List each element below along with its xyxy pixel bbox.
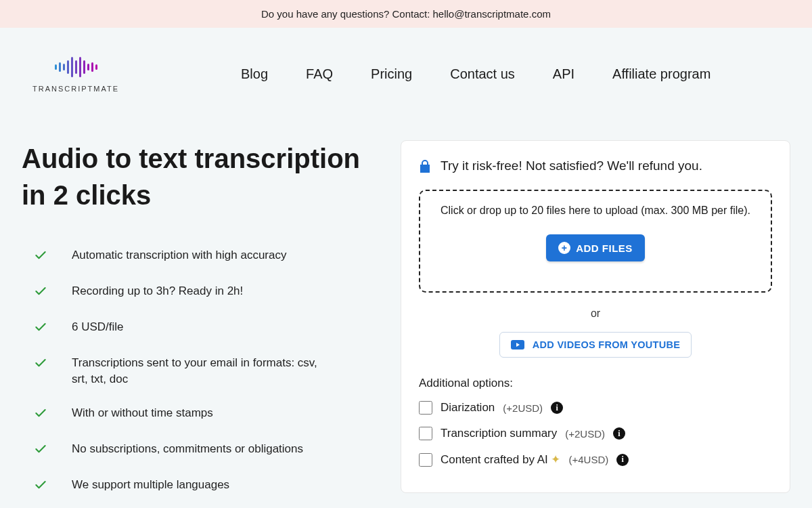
announcement-banner: Do you have any questions? Contact: hell… <box>0 0 812 28</box>
option-checkbox[interactable] <box>419 453 432 467</box>
nav-affiliate[interactable]: Affiliate program <box>612 66 710 82</box>
lock-icon <box>419 159 431 173</box>
upload-card: Try it risk-free! Not satisfied? We'll r… <box>401 140 790 493</box>
check-icon <box>34 356 47 373</box>
file-dropzone[interactable]: Click or drop up to 20 files here to upl… <box>419 190 772 293</box>
option-row: Transcription summary (+2USD) i <box>419 427 772 440</box>
add-youtube-button[interactable]: ADD VIDEOS FROM YOUTUBE <box>499 332 692 358</box>
feature-text: With or without time stamps <box>72 405 213 421</box>
option-checkbox[interactable] <box>419 401 432 415</box>
option-row: Diarization (+2USD) i <box>419 401 772 415</box>
feature-text: 6 USD/file <box>72 319 124 335</box>
add-files-button[interactable]: + ADD FILES <box>546 234 645 261</box>
feature-text: Transcriptions sent to your email in for… <box>72 355 329 387</box>
option-checkbox[interactable] <box>419 427 432 440</box>
check-icon <box>34 320 47 337</box>
youtube-button-label: ADD VIDEOS FROM YOUTUBE <box>533 339 681 350</box>
feature-item: We support multiple languages <box>34 477 374 495</box>
waveform-icon <box>55 55 97 79</box>
option-label: Transcription summary <box>441 427 557 440</box>
upload-column: Try it risk-free! Not satisfied? We'll r… <box>401 140 790 508</box>
check-icon <box>34 284 47 301</box>
nav-api[interactable]: API <box>553 66 574 82</box>
nav-blog[interactable]: Blog <box>241 66 268 82</box>
feature-text: No subscriptions, commitments or obligat… <box>72 441 303 457</box>
info-icon[interactable]: i <box>613 427 625 440</box>
site-header: TRANSCRIPTMATE Blog FAQ Pricing Contact … <box>0 28 812 106</box>
dropzone-instructions: Click or drop up to 20 files here to upl… <box>432 205 759 217</box>
check-icon <box>34 442 47 459</box>
hero-title: Audio to text transcription in 2 clicks <box>22 140 374 213</box>
feature-text: We support multiple languages <box>72 477 229 493</box>
check-icon <box>34 478 47 495</box>
feature-item: Transcriptions sent to your email in for… <box>34 355 374 387</box>
nav-contact[interactable]: Contact us <box>450 66 515 82</box>
check-icon <box>34 406 47 423</box>
youtube-icon <box>511 340 524 350</box>
feature-text: Recording up to 3h? Ready in 2h! <box>72 283 243 299</box>
additional-options-title: Additional options: <box>419 377 772 390</box>
feature-list: Automatic transcription with high accura… <box>22 247 374 495</box>
feature-item: With or without time stamps <box>34 405 374 423</box>
announcement-text: Do you have any questions? Contact: hell… <box>261 8 551 20</box>
check-icon <box>34 249 47 266</box>
option-price: (+2USD) <box>565 428 605 440</box>
brand-name: TRANSCRIPTMATE <box>32 85 119 93</box>
feature-text: Automatic transcription with high accura… <box>72 247 286 263</box>
brand-logo[interactable]: TRANSCRIPTMATE <box>32 55 119 93</box>
hero-column: Audio to text transcription in 2 clicks … <box>22 140 374 508</box>
add-files-label: ADD FILES <box>576 242 633 254</box>
option-label: Diarization <box>441 401 495 415</box>
option-price: (+4USD) <box>568 454 608 465</box>
option-row: Content crafted by AI ✦ (+4USD) i <box>419 452 772 467</box>
or-divider: or <box>419 308 772 320</box>
additional-options-list: Diarization (+2USD) iTranscription summa… <box>419 401 772 467</box>
info-icon[interactable]: i <box>616 454 629 466</box>
feature-item: Automatic transcription with high accura… <box>34 247 374 266</box>
feature-item: No subscriptions, commitments or obligat… <box>34 441 374 459</box>
plus-icon: + <box>558 242 570 254</box>
sparkle-icon: ✦ <box>551 453 560 466</box>
option-price: (+2USD) <box>503 402 543 414</box>
feature-item: Recording up to 3h? Ready in 2h! <box>34 283 374 301</box>
nav-faq[interactable]: FAQ <box>306 66 333 82</box>
risk-free-text: Try it risk-free! Not satisfied? We'll r… <box>441 158 702 173</box>
nav-pricing[interactable]: Pricing <box>371 66 412 82</box>
primary-nav: Blog FAQ Pricing Contact us API Affiliat… <box>241 66 710 82</box>
feature-item: 6 USD/file <box>34 319 374 337</box>
risk-free-notice: Try it risk-free! Not satisfied? We'll r… <box>419 158 772 173</box>
main-content: Audio to text transcription in 2 clicks … <box>0 106 812 508</box>
option-label: Content crafted by AI ✦ <box>441 452 560 467</box>
info-icon[interactable]: i <box>551 402 563 414</box>
